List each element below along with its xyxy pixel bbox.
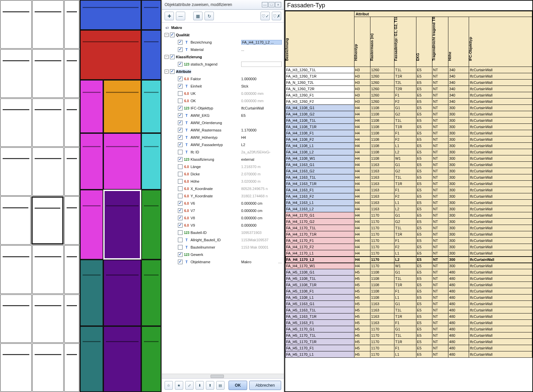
checkbox[interactable] bbox=[170, 55, 175, 59]
checkbox[interactable] bbox=[178, 216, 183, 220]
table-row[interactable]: FA_H4_1170_G1H41170G1E5NT300IfcCurtainWa… bbox=[285, 212, 532, 219]
table-row[interactable]: FA_H5_1170_G1H51170G1E5NT480IfcCurtainWa… bbox=[285, 326, 532, 332]
col-rastermass[interactable]: Rastermass (m) bbox=[370, 17, 394, 67]
expand-all-button[interactable]: ⤢ bbox=[185, 381, 194, 390]
favorite-button[interactable]: ♡✓ bbox=[261, 12, 270, 20]
close-icon[interactable]: × bbox=[275, 2, 281, 7]
collapse-icon[interactable]: − bbox=[165, 70, 169, 74]
attr-value[interactable]: 0.000000 mm bbox=[241, 99, 282, 103]
table-row[interactable]: FA_H4_1170_G2H41170G2E5NT300IfcCurtainWa… bbox=[285, 219, 532, 225]
load-fav-button[interactable]: ☆ bbox=[165, 381, 173, 390]
ellipsis-icon[interactable]: … bbox=[278, 260, 282, 264]
bool-value[interactable] bbox=[241, 62, 282, 67]
checkbox[interactable] bbox=[178, 172, 183, 176]
maximize-icon[interactable]: □ bbox=[268, 2, 274, 7]
table-row[interactable]: FA_H5_1108_T1RH51108T1RE5NT480IfcCurtain… bbox=[285, 282, 532, 288]
checkbox[interactable] bbox=[178, 194, 183, 198]
remove-button[interactable]: — bbox=[176, 12, 185, 20]
table-row[interactable]: FA_H5_1163_F1H51163F1E5NT480IfcCurtainWa… bbox=[285, 320, 532, 326]
table-row[interactable]: FA_H4_1170_F2H41170F2E5NT300IfcCurtainWa… bbox=[285, 244, 532, 250]
col-hoehe[interactable]: Höhe bbox=[448, 17, 469, 67]
table-row[interactable]: FA_H5_1108_F1H51108F1E5NT480IfcCurtainWa… bbox=[285, 288, 532, 294]
unfavorite-button[interactable]: ♡✗ bbox=[272, 12, 281, 20]
attr-value[interactable]: 2a_aZ0fU5EHxG› bbox=[241, 150, 282, 154]
collapse-icon[interactable]: − bbox=[165, 33, 169, 37]
attr-value[interactable]: E5 bbox=[241, 113, 282, 117]
checkbox[interactable] bbox=[178, 252, 183, 257]
checkbox[interactable] bbox=[178, 77, 183, 81]
checkbox[interactable] bbox=[178, 40, 183, 45]
table-row[interactable]: FA_N_1260_T2LH31260T2LE5NT340IfcCurtainW… bbox=[285, 80, 532, 86]
checkbox[interactable] bbox=[178, 223, 183, 228]
table-row[interactable]: FA_H3_1260_T1RH31260T1RE5NT340IfcCurtain… bbox=[285, 73, 532, 80]
table-row[interactable]: FA_H4_1170_L1H41170L1E5NT300IfcCurtainWa… bbox=[285, 250, 532, 257]
color-viewport[interactable] bbox=[80, 0, 161, 392]
collapse-icon[interactable]: − bbox=[165, 55, 169, 59]
checkbox[interactable] bbox=[178, 150, 183, 154]
table-row[interactable]: FA_H4_1108_T1RH41108T1RE5NT300IfcCurtain… bbox=[285, 124, 532, 130]
selected-panel-color[interactable] bbox=[103, 190, 141, 260]
checkbox[interactable] bbox=[178, 135, 183, 140]
export-button[interactable]: ⬆ bbox=[206, 381, 214, 390]
save-fav-button[interactable]: ★ bbox=[175, 381, 183, 390]
cancel-button[interactable]: Abbrechen bbox=[249, 381, 281, 390]
attr-value[interactable]: 0.000000 bbox=[241, 223, 282, 227]
checkbox[interactable] bbox=[178, 98, 183, 103]
dialog-titlebar[interactable]: Objektattribute zuweisen, modifizieren —… bbox=[162, 0, 284, 10]
col-ekg[interactable]: EKG bbox=[416, 17, 432, 67]
col-tragend[interactable]: Tragend/nicht tragend TR / NT bbox=[432, 17, 448, 67]
attr-value[interactable]: 1153Mak109537 bbox=[241, 238, 282, 242]
filter-button[interactable]: ▤ bbox=[216, 381, 225, 390]
attr-value[interactable]: 31802.174468 n bbox=[241, 194, 282, 198]
checkbox[interactable] bbox=[178, 113, 183, 118]
fassaden-table[interactable]: Bezeichnung Attribut Höhentyp Rastermass… bbox=[285, 11, 532, 358]
h-scrollbar[interactable] bbox=[162, 374, 284, 378]
checkbox[interactable] bbox=[178, 120, 183, 125]
table-row[interactable]: FA_H4_1170_F1H41170F1E5NT300IfcCurtainWa… bbox=[285, 238, 532, 244]
checkbox[interactable] bbox=[178, 164, 183, 169]
checkbox[interactable] bbox=[178, 91, 183, 96]
attr-value[interactable]: 80528.249675 n bbox=[241, 187, 282, 191]
table-row[interactable]: FA_H4_1163_F1H41163F1E5NT300IfcCurtainWa… bbox=[285, 187, 532, 193]
table-row[interactable]: FA_H4_1108_F1H41108F1E5NT300IfcCurtainWa… bbox=[285, 130, 532, 136]
table-row[interactable]: FA_H5_1108_L1H51108L1E5NT480IfcCurtainWa… bbox=[285, 294, 532, 301]
selected-panel-wire[interactable] bbox=[31, 196, 64, 245]
table-row[interactable]: FA_H4_1170_L2H41170L2E5NT300IfcCurtainWa… bbox=[285, 257, 532, 263]
table-row[interactable]: FA_H3_1260_F1H31260F1E5NT340IfcCurtainWa… bbox=[285, 92, 532, 98]
table-row[interactable]: FA_H5_1108_T1LH51108T1LE5NT480IfcCurtain… bbox=[285, 276, 532, 282]
attr-value[interactable]: 1153 Mak 00001 bbox=[241, 245, 282, 249]
attr-value[interactable]: 1.218370 m bbox=[241, 165, 282, 169]
checkbox[interactable] bbox=[178, 157, 183, 162]
group-attribute[interactable]: Attribute bbox=[176, 70, 191, 74]
col-fassadentyp[interactable]: Fassadentyp: G1, G2, T1L, T1R, F1, F2, W… bbox=[394, 17, 416, 67]
col-bezeichnung[interactable]: Bezeichnung bbox=[285, 11, 354, 67]
add-button[interactable]: ✚ bbox=[165, 12, 174, 20]
attr-value[interactable]: H4 bbox=[241, 135, 282, 139]
table-row[interactable]: FA_H4_1163_F2H41163F2E5NT300IfcCurtainWa… bbox=[285, 193, 532, 200]
table-row[interactable]: FA_H4_1163_T1RH41163T1RE5NT300IfcCurtain… bbox=[285, 181, 532, 187]
attr-value[interactable]: ... bbox=[241, 48, 282, 52]
attr-value[interactable]: Stck bbox=[241, 84, 282, 88]
table-row[interactable]: FA_H5_1170_T1RH51170T1RE5NT480IfcCurtain… bbox=[285, 339, 532, 345]
table-row[interactable]: FA_H3_1260_F2H31260F2E5NT340IfcCurtainWa… bbox=[285, 98, 532, 105]
checkbox[interactable] bbox=[178, 201, 183, 206]
table-row[interactable]: FA_H4_1108_L1H41108L1E5NT300IfcCurtainWa… bbox=[285, 143, 532, 149]
table-row[interactable]: FA_H4_1108_G2H41108G2E5NT300IfcCurtainWa… bbox=[285, 111, 532, 117]
table-row[interactable]: FA_H4_1163_G1H41163G1E5NT300IfcCurtainWa… bbox=[285, 162, 532, 168]
table-row[interactable]: FA_H4_1163_L2H41163L2E5NT300IfcCurtainWa… bbox=[285, 206, 532, 212]
checkbox[interactable] bbox=[178, 238, 183, 242]
attr-value[interactable]: 0.000000 cm bbox=[241, 216, 282, 220]
attr-value[interactable]: 0.000000 cm bbox=[241, 209, 282, 213]
checkbox[interactable] bbox=[178, 106, 183, 110]
attr-value[interactable]: IfcCurtainWall bbox=[241, 106, 282, 110]
attr-value[interactable]: L2 bbox=[241, 143, 282, 147]
table-row[interactable]: FA_H5_1170_L1H51170L1E5NT480IfcCurtainWa… bbox=[285, 351, 532, 358]
attr-value[interactable]: 1.000000 bbox=[241, 77, 282, 81]
import-button[interactable]: ⬇ bbox=[196, 381, 204, 390]
attr-value[interactable]: 1095371903 bbox=[241, 231, 282, 235]
table-row[interactable]: FA_H5_1108_G1H51108G1E5NT480IfcCurtainWa… bbox=[285, 269, 532, 276]
checkbox[interactable] bbox=[178, 47, 183, 52]
refresh-button[interactable]: ↻ bbox=[205, 12, 214, 20]
attr-value[interactable]: 1.170000 bbox=[241, 128, 282, 132]
table-row[interactable]: FA_H4_1170_T1RH41170T1RE5NT300IfcCurtain… bbox=[285, 231, 532, 238]
